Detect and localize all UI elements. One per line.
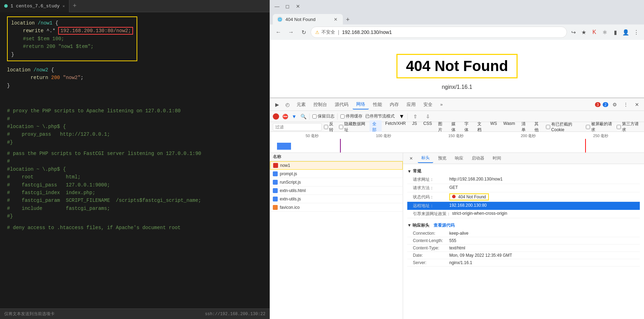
devtools-tab-security[interactable]: 安全 — [420, 100, 436, 109]
browser-tab-close-icon[interactable]: ✕ — [332, 16, 339, 22]
reverse-checkbox[interactable] — [324, 125, 328, 129]
devtools-tab-console[interactable]: 控制台 — [310, 100, 331, 109]
timeline-bar — [277, 143, 291, 150]
sidebar-button[interactable]: ▮ — [610, 27, 620, 37]
hide-data-urls-checkbox[interactable] — [339, 125, 343, 129]
detail-general-section: ▼ 常规 请求网址： http://192.168.200.130/now1 请… — [407, 167, 640, 218]
view-source-link[interactable]: 查看源代码 — [434, 222, 455, 228]
code-comment-13: # include fastcgi_params; — [7, 205, 263, 212]
close-button[interactable]: ✕ — [294, 2, 302, 10]
share-button[interactable]: ↪ — [568, 27, 578, 37]
more-button[interactable]: ⋮ — [631, 27, 641, 37]
file-name-prompt: prompt.js — [280, 171, 297, 176]
filter-tab-doc[interactable]: 文档 — [475, 120, 487, 134]
devtools-tab-sources[interactable]: 源代码 — [331, 100, 352, 109]
detail-tab-close[interactable]: ✕ — [406, 155, 416, 162]
file-icon-favicon — [273, 205, 278, 210]
blocked-requests-checkbox[interactable] — [586, 125, 590, 129]
disable-cache-checkbox[interactable] — [340, 114, 345, 119]
file-item-now1[interactable]: now1 — [270, 161, 403, 170]
browser-tab[interactable]: 🌐 404 Not Found ✕ — [273, 14, 343, 24]
clear-button[interactable]: ⛔ — [282, 113, 288, 120]
kaspersky-icon[interactable]: K — [589, 27, 599, 37]
forward-button[interactable]: → — [285, 27, 297, 38]
record-button[interactable] — [273, 113, 279, 120]
file-item-favicon[interactable]: favicon.ico — [270, 203, 403, 212]
restore-button[interactable]: ◻ — [283, 2, 292, 10]
search-button[interactable]: 🔍 — [300, 113, 306, 120]
address-bar[interactable]: ⚠ 不安全 | 192.168.200.130/now1 — [311, 27, 567, 38]
filter-tab-css[interactable]: CSS — [421, 120, 435, 134]
content-type-row: Content-Type: text/html — [407, 244, 640, 252]
filter-tab-js[interactable]: JS — [409, 120, 420, 134]
new-tab-button[interactable]: + — [343, 15, 353, 24]
connection-row: Connection: keep-alive — [407, 230, 640, 237]
devtools-device-icon[interactable]: ◴ — [283, 100, 292, 109]
blocked-cookies-checkbox[interactable] — [546, 125, 550, 129]
detail-tab-headers[interactable]: 标头 — [418, 154, 433, 163]
devtools-close-icon[interactable]: ✕ — [632, 100, 642, 109]
throttle-dropdown[interactable]: ▼ — [399, 113, 404, 120]
file-item-runscript[interactable]: runScript.js — [270, 178, 403, 186]
response-headers-title[interactable]: ▼ 响应标头 查看源代码 — [407, 221, 640, 230]
filter-tab-manifest[interactable]: 清单 — [519, 120, 531, 134]
detail-tab-preview[interactable]: 预览 — [435, 154, 450, 163]
general-section-title[interactable]: ▼ 常规 — [407, 167, 640, 176]
filter-button[interactable]: ▼ — [291, 113, 297, 120]
status-code-row: 状态代码： 404 Not Found — [407, 192, 640, 202]
export-har-button[interactable]: ⇩ — [423, 112, 433, 121]
file-item-extn-html[interactable]: extn-utils.html — [270, 186, 403, 195]
devtools-tab-performance[interactable]: 性能 — [369, 100, 386, 109]
minimize-button[interactable]: ― — [273, 2, 281, 10]
back-button[interactable]: ← — [273, 27, 284, 38]
tab-close-icon[interactable]: ✕ — [62, 4, 65, 8]
blocked-cookies-label: 有已拦截的 Cookie — [551, 121, 584, 132]
profile-button[interactable]: 👤 — [621, 27, 631, 37]
detail-tab-initiator[interactable]: 启动器 — [468, 154, 488, 163]
filter-tab-ws[interactable]: WS — [487, 120, 500, 134]
disable-cache-label: 停用缓存 — [346, 113, 362, 119]
browser-tab-title: 404 Not Found — [285, 17, 316, 22]
devtools-settings-icon[interactable]: ⚙ — [610, 100, 619, 109]
filter-tab-wasm[interactable]: Wasm — [500, 120, 518, 134]
tab-add-button[interactable]: + — [69, 0, 80, 12]
bookmark-button[interactable]: ★ — [579, 27, 589, 37]
file-list: now1 prompt.js runScript.js extn-ut — [270, 161, 403, 319]
hide-data-urls-checkbox-group: 隐藏数据网址 — [339, 121, 367, 133]
filter-tab-fetch[interactable]: Fetch/XHR — [382, 120, 409, 134]
reload-button[interactable]: ↻ — [298, 27, 309, 38]
filter-tab-font[interactable]: 字体 — [462, 120, 474, 134]
extensions-button[interactable]: ⚛ — [600, 27, 610, 37]
devtools-tab-more[interactable]: » — [437, 100, 446, 109]
devtools-tab-application[interactable]: 应用 — [403, 100, 419, 109]
file-list-header-label: 名称 — [273, 154, 281, 160]
security-label: 不安全 — [321, 29, 335, 35]
file-list-panel: 名称 now1 prompt.js runScrip — [270, 153, 403, 319]
code-line-2: rewrite ^.* 192.168.200.130:80/now2; — [11, 27, 133, 35]
filter-tab-all[interactable]: 全部 — [369, 120, 382, 134]
blocked-cookies-group: 有已拦截的 Cookie — [546, 121, 584, 132]
detail-tab-timing[interactable]: 时间 — [489, 154, 505, 163]
file-item-prompt[interactable]: prompt.js — [270, 170, 403, 178]
detail-tab-response[interactable]: 响应 — [451, 154, 467, 163]
terminal-tab-label: 1 centos_7.6_study — [11, 3, 60, 9]
filter-tab-media[interactable]: 媒体 — [449, 120, 461, 134]
filter-tab-other[interactable]: 其他 — [532, 120, 544, 134]
devtools-more-icon[interactable]: ⋮ — [621, 100, 631, 109]
preserve-log-checkbox[interactable] — [312, 114, 317, 119]
devtools-tab-network[interactable]: 网络 — [353, 100, 369, 109]
ssh-info: ssh://192.168.200.130:22 — [205, 312, 265, 317]
devtools-tab-memory[interactable]: 内存 — [386, 100, 402, 109]
file-name-extn-html: extn-utils.html — [280, 188, 306, 193]
nginx-version: nginx/1.16.1 — [281, 84, 633, 90]
filter-input[interactable] — [273, 123, 322, 131]
reverse-checkbox-group: 反转 — [324, 121, 337, 133]
third-party-checkbox[interactable] — [617, 125, 621, 129]
terminal-tab[interactable]: 1 centos_7.6_study ✕ — [0, 0, 69, 12]
filter-tab-img[interactable]: 图片 — [435, 120, 448, 134]
code-comment-15: # deny access to .htaccess files, if Apa… — [7, 224, 263, 232]
import-har-button[interactable]: ⇧ — [410, 112, 420, 121]
file-item-extn-js[interactable]: extn-utils.js — [270, 195, 403, 203]
devtools-tab-elements[interactable]: 元素 — [293, 100, 309, 109]
devtools-inspect-icon[interactable]: ▶ — [272, 100, 282, 109]
